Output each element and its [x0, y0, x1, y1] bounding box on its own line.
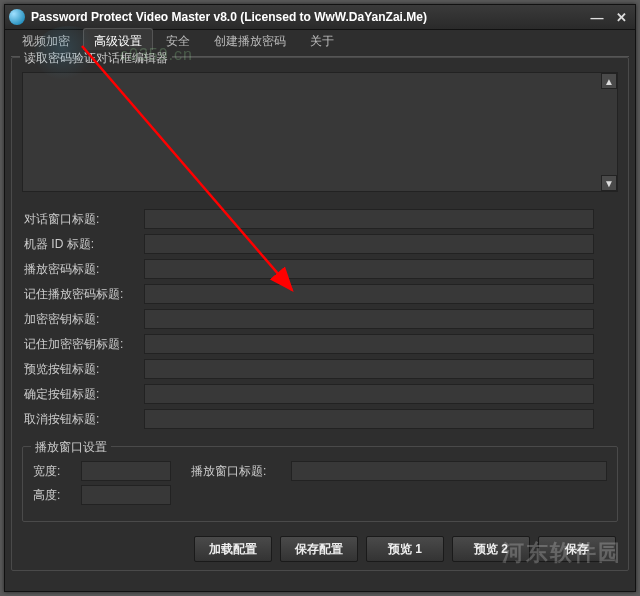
preview2-button[interactable]: 预览 2 — [452, 536, 530, 562]
row-remember-play-password: 记住播放密码标题: — [24, 284, 616, 304]
label-width: 宽度: — [33, 463, 81, 480]
editor-group: 读取密码验证对话框编辑器 ▲ ▼ 对话窗口标题: 机器 ID 标题: 播放密码标… — [11, 57, 629, 571]
scroll-down-icon[interactable]: ▼ — [601, 175, 617, 191]
title-bar: Password Protect Video Master v8.0 (Lice… — [5, 5, 635, 30]
minimize-button[interactable]: — — [587, 9, 607, 25]
row-remember-encrypt-key: 记住加密密钥标题: — [24, 334, 616, 354]
input-width[interactable] — [81, 461, 171, 481]
label-remember-encrypt-key: 记住加密密钥标题: — [24, 336, 144, 353]
play-window-group-title: 播放窗口设置 — [31, 439, 111, 456]
label-dialog-title: 对话窗口标题: — [24, 211, 144, 228]
row-preview-button: 预览按钮标题: — [24, 359, 616, 379]
input-cancel-button[interactable] — [144, 409, 594, 429]
content-area: 读取密码验证对话框编辑器 ▲ ▼ 对话窗口标题: 机器 ID 标题: 播放密码标… — [11, 57, 629, 585]
label-machine-id: 机器 ID 标题: — [24, 236, 144, 253]
input-ok-button[interactable] — [144, 384, 594, 404]
label-play-password: 播放密码标题: — [24, 261, 144, 278]
label-ok-button: 确定按钮标题: — [24, 386, 144, 403]
row-machine-id: 机器 ID 标题: — [24, 234, 616, 254]
label-play-window-title: 播放窗口标题: — [191, 463, 291, 480]
app-window: Password Protect Video Master v8.0 (Lice… — [4, 4, 636, 592]
editor-group-title: 读取密码验证对话框编辑器 — [20, 50, 172, 67]
app-icon — [9, 9, 25, 25]
save-config-button[interactable]: 保存配置 — [280, 536, 358, 562]
label-preview-button: 预览按钮标题: — [24, 361, 144, 378]
label-remember-play-password: 记住播放密码标题: — [24, 286, 144, 303]
scroll-up-icon[interactable]: ▲ — [601, 73, 617, 89]
label-encrypt-key: 加密密钥标题: — [24, 311, 144, 328]
input-remember-play-password[interactable] — [144, 284, 594, 304]
play-window-row1: 宽度: 播放窗口标题: — [33, 461, 607, 481]
input-encrypt-key[interactable] — [144, 309, 594, 329]
preview1-button[interactable]: 预览 1 — [366, 536, 444, 562]
input-preview-button[interactable] — [144, 359, 594, 379]
tab-about[interactable]: 关于 — [299, 28, 345, 56]
footer-buttons: 加载配置 保存配置 预览 1 预览 2 保存 — [22, 536, 618, 562]
label-cancel-button: 取消按钮标题: — [24, 411, 144, 428]
input-play-password[interactable] — [144, 259, 594, 279]
row-play-password: 播放密码标题: — [24, 259, 616, 279]
window-title: Password Protect Video Master v8.0 (Lice… — [31, 10, 583, 24]
input-play-window-title[interactable] — [291, 461, 607, 481]
close-button[interactable]: ✕ — [611, 9, 631, 25]
input-height[interactable] — [81, 485, 171, 505]
play-window-row2: 高度: — [33, 485, 607, 505]
tab-create-play-password[interactable]: 创建播放密码 — [203, 28, 297, 56]
row-cancel-button: 取消按钮标题: — [24, 409, 616, 429]
input-machine-id[interactable] — [144, 234, 594, 254]
play-window-group: 播放窗口设置 宽度: 播放窗口标题: 高度: — [22, 446, 618, 522]
load-config-button[interactable]: 加载配置 — [194, 536, 272, 562]
row-encrypt-key: 加密密钥标题: — [24, 309, 616, 329]
input-dialog-title[interactable] — [144, 209, 594, 229]
editor-textarea[interactable]: ▲ ▼ — [22, 72, 618, 192]
row-ok-button: 确定按钮标题: — [24, 384, 616, 404]
label-height: 高度: — [33, 487, 81, 504]
fields-form: 对话窗口标题: 机器 ID 标题: 播放密码标题: 记住播放密码标题: 加密密钥… — [22, 202, 618, 438]
save-button[interactable]: 保存 — [538, 536, 616, 562]
input-remember-encrypt-key[interactable] — [144, 334, 594, 354]
row-dialog-title: 对话窗口标题: — [24, 209, 616, 229]
